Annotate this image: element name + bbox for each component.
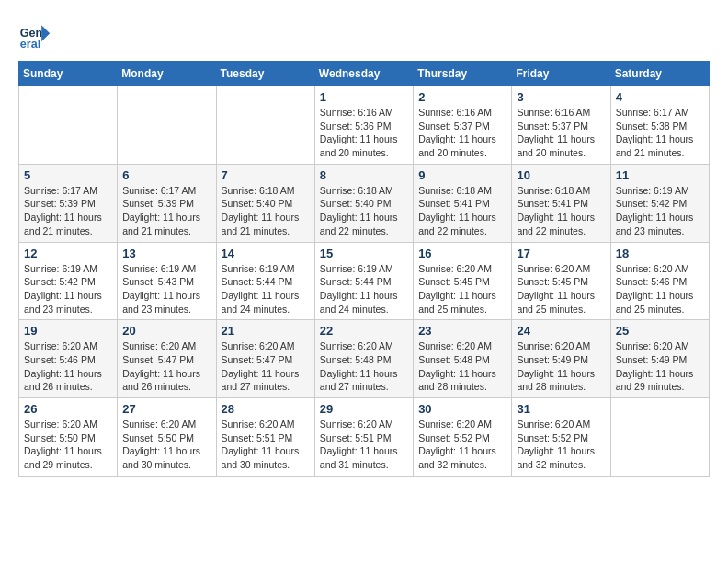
calendar-cell: 23Sunrise: 6:20 AM Sunset: 5:48 PM Dayli… [414, 320, 512, 398]
calendar-cell: 16Sunrise: 6:20 AM Sunset: 5:45 PM Dayli… [414, 242, 512, 320]
header-wednesday: Wednesday [314, 62, 413, 86]
calendar-cell: 20Sunrise: 6:20 AM Sunset: 5:47 PM Dayli… [118, 320, 216, 398]
calendar-cell [610, 398, 709, 477]
day-info: Sunrise: 6:19 AM Sunset: 5:42 PM Dayligh… [616, 184, 704, 238]
svg-text:eral: eral [20, 38, 40, 51]
day-info: Sunrise: 6:19 AM Sunset: 5:43 PM Dayligh… [122, 262, 210, 316]
calendar-cell: 18Sunrise: 6:20 AM Sunset: 5:46 PM Dayli… [610, 242, 709, 320]
day-info: Sunrise: 6:20 AM Sunset: 5:47 PM Dayligh… [222, 339, 310, 394]
day-number: 10 [517, 168, 605, 182]
calendar-cell: 13Sunrise: 6:19 AM Sunset: 5:43 PM Dayli… [118, 242, 216, 320]
calendar-cell: 10Sunrise: 6:18 AM Sunset: 5:41 PM Dayli… [512, 164, 610, 242]
header-saturday: Saturday [610, 62, 709, 86]
week-row-4: 19Sunrise: 6:20 AM Sunset: 5:46 PM Dayli… [19, 320, 710, 398]
calendar-cell: 3Sunrise: 6:16 AM Sunset: 5:37 PM Daylig… [512, 86, 610, 165]
day-number: 26 [24, 402, 112, 416]
day-info: Sunrise: 6:20 AM Sunset: 5:50 PM Dayligh… [24, 418, 112, 472]
calendar-cell: 6Sunrise: 6:17 AM Sunset: 5:39 PM Daylig… [118, 164, 216, 242]
day-info: Sunrise: 6:20 AM Sunset: 5:46 PM Dayligh… [24, 339, 112, 394]
day-number: 30 [418, 402, 506, 416]
day-info: Sunrise: 6:16 AM Sunset: 5:37 PM Dayligh… [418, 106, 506, 160]
week-row-2: 5Sunrise: 6:17 AM Sunset: 5:39 PM Daylig… [19, 164, 710, 242]
logo: Gen eral [18, 18, 55, 52]
calendar-cell: 28Sunrise: 6:20 AM Sunset: 5:51 PM Dayli… [216, 398, 314, 477]
calendar-cell: 22Sunrise: 6:20 AM Sunset: 5:48 PM Dayli… [314, 320, 413, 398]
day-info: Sunrise: 6:20 AM Sunset: 5:51 PM Dayligh… [222, 418, 310, 472]
day-number: 18 [616, 247, 704, 260]
page-header: Gen eral [18, 18, 710, 52]
calendar-cell: 26Sunrise: 6:20 AM Sunset: 5:50 PM Dayli… [19, 398, 118, 477]
header-row: SundayMondayTuesdayWednesdayThursdayFrid… [19, 62, 710, 86]
header-sunday: Sunday [19, 62, 118, 86]
day-info: Sunrise: 6:19 AM Sunset: 5:44 PM Dayligh… [222, 262, 310, 316]
day-number: 31 [517, 402, 605, 416]
day-number: 5 [24, 168, 112, 182]
day-number: 9 [418, 168, 506, 182]
day-info: Sunrise: 6:20 AM Sunset: 5:48 PM Dayligh… [320, 339, 408, 394]
calendar-cell: 11Sunrise: 6:19 AM Sunset: 5:42 PM Dayli… [610, 164, 709, 242]
calendar-cell: 5Sunrise: 6:17 AM Sunset: 5:39 PM Daylig… [19, 164, 118, 242]
day-number: 27 [122, 402, 210, 416]
calendar-cell: 25Sunrise: 6:20 AM Sunset: 5:49 PM Dayli… [610, 320, 709, 398]
calendar-cell: 29Sunrise: 6:20 AM Sunset: 5:51 PM Dayli… [314, 398, 413, 477]
calendar-cell: 1Sunrise: 6:16 AM Sunset: 5:36 PM Daylig… [314, 86, 413, 165]
day-number: 17 [517, 247, 605, 260]
calendar-cell [19, 86, 118, 165]
day-info: Sunrise: 6:17 AM Sunset: 5:39 PM Dayligh… [24, 184, 112, 238]
calendar-cell: 2Sunrise: 6:16 AM Sunset: 5:37 PM Daylig… [414, 86, 512, 165]
day-number: 7 [222, 168, 310, 182]
day-info: Sunrise: 6:18 AM Sunset: 5:40 PM Dayligh… [320, 184, 408, 238]
day-info: Sunrise: 6:20 AM Sunset: 5:49 PM Dayligh… [616, 339, 704, 394]
day-number: 22 [320, 324, 408, 338]
day-number: 6 [122, 168, 210, 182]
calendar-cell: 21Sunrise: 6:20 AM Sunset: 5:47 PM Dayli… [216, 320, 314, 398]
day-info: Sunrise: 6:20 AM Sunset: 5:50 PM Dayligh… [122, 418, 210, 472]
calendar-cell: 31Sunrise: 6:20 AM Sunset: 5:52 PM Dayli… [512, 398, 610, 477]
week-row-1: 1Sunrise: 6:16 AM Sunset: 5:36 PM Daylig… [19, 86, 710, 165]
day-number: 15 [320, 247, 408, 260]
calendar-cell: 27Sunrise: 6:20 AM Sunset: 5:50 PM Dayli… [118, 398, 216, 477]
day-number: 8 [320, 168, 408, 182]
day-info: Sunrise: 6:17 AM Sunset: 5:39 PM Dayligh… [122, 184, 210, 238]
day-info: Sunrise: 6:20 AM Sunset: 5:45 PM Dayligh… [418, 262, 506, 316]
day-info: Sunrise: 6:18 AM Sunset: 5:41 PM Dayligh… [517, 184, 605, 238]
calendar-cell: 12Sunrise: 6:19 AM Sunset: 5:42 PM Dayli… [19, 242, 118, 320]
calendar-cell: 8Sunrise: 6:18 AM Sunset: 5:40 PM Daylig… [314, 164, 413, 242]
day-info: Sunrise: 6:18 AM Sunset: 5:40 PM Dayligh… [222, 184, 310, 238]
calendar-cell: 24Sunrise: 6:20 AM Sunset: 5:49 PM Dayli… [512, 320, 610, 398]
logo-icon: Gen eral [18, 18, 51, 52]
day-number: 2 [418, 90, 506, 104]
day-number: 13 [122, 247, 210, 260]
day-info: Sunrise: 6:19 AM Sunset: 5:42 PM Dayligh… [24, 262, 112, 316]
calendar-cell: 19Sunrise: 6:20 AM Sunset: 5:46 PM Dayli… [19, 320, 118, 398]
day-info: Sunrise: 6:16 AM Sunset: 5:36 PM Dayligh… [320, 106, 408, 160]
day-info: Sunrise: 6:20 AM Sunset: 5:48 PM Dayligh… [418, 339, 506, 394]
week-row-3: 12Sunrise: 6:19 AM Sunset: 5:42 PM Dayli… [19, 242, 710, 320]
day-number: 19 [24, 324, 112, 338]
calendar-cell: 4Sunrise: 6:17 AM Sunset: 5:38 PM Daylig… [610, 86, 709, 165]
day-number: 24 [517, 324, 605, 338]
day-number: 25 [616, 324, 704, 338]
header-friday: Friday [512, 62, 610, 86]
calendar-cell [118, 86, 216, 165]
calendar-cell: 14Sunrise: 6:19 AM Sunset: 5:44 PM Dayli… [216, 242, 314, 320]
day-number: 1 [320, 90, 408, 104]
header-monday: Monday [118, 62, 216, 86]
day-info: Sunrise: 6:17 AM Sunset: 5:38 PM Dayligh… [616, 106, 704, 160]
day-number: 14 [222, 247, 310, 260]
day-info: Sunrise: 6:20 AM Sunset: 5:45 PM Dayligh… [517, 262, 605, 316]
day-number: 16 [418, 247, 506, 260]
day-info: Sunrise: 6:18 AM Sunset: 5:41 PM Dayligh… [418, 184, 506, 238]
week-row-5: 26Sunrise: 6:20 AM Sunset: 5:50 PM Dayli… [19, 398, 710, 477]
day-number: 23 [418, 324, 506, 338]
day-number: 29 [320, 402, 408, 416]
day-number: 12 [24, 247, 112, 260]
calendar-table: SundayMondayTuesdayWednesdayThursdayFrid… [18, 61, 710, 477]
day-info: Sunrise: 6:20 AM Sunset: 5:52 PM Dayligh… [418, 418, 506, 472]
calendar-header: SundayMondayTuesdayWednesdayThursdayFrid… [19, 62, 710, 86]
calendar-cell: 9Sunrise: 6:18 AM Sunset: 5:41 PM Daylig… [414, 164, 512, 242]
calendar-cell: 30Sunrise: 6:20 AM Sunset: 5:52 PM Dayli… [414, 398, 512, 477]
day-number: 28 [222, 402, 310, 416]
day-info: Sunrise: 6:16 AM Sunset: 5:37 PM Dayligh… [517, 106, 605, 160]
calendar-cell: 15Sunrise: 6:19 AM Sunset: 5:44 PM Dayli… [314, 242, 413, 320]
